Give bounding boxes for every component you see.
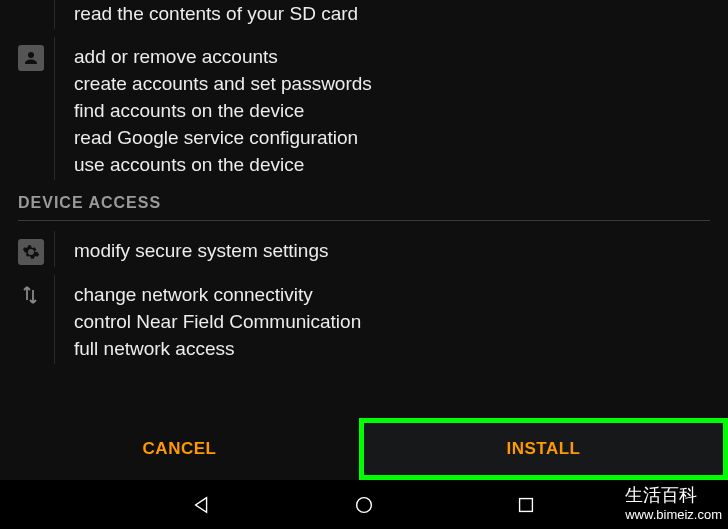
nav-home-icon[interactable] xyxy=(353,494,375,516)
permission-group: add or remove accounts create accounts a… xyxy=(18,43,710,178)
nav-recent-icon[interactable] xyxy=(515,494,537,516)
permission-item: full network access xyxy=(74,335,710,362)
button-row: CANCEL INSTALL xyxy=(0,418,728,480)
permission-item: control Near Field Communication xyxy=(74,308,710,335)
permission-group: change network connectivity control Near… xyxy=(18,281,710,362)
svg-rect-1 xyxy=(520,498,533,511)
permission-group: modify secure system settings xyxy=(18,237,710,265)
permission-item: use accounts on the device xyxy=(74,151,710,178)
person-icon xyxy=(18,43,62,178)
install-button[interactable]: INSTALL xyxy=(359,418,728,480)
cancel-button[interactable]: CANCEL xyxy=(0,418,359,480)
gear-icon xyxy=(18,237,62,265)
permission-item: change network connectivity xyxy=(74,281,710,308)
svg-point-0 xyxy=(357,497,372,512)
swap-icon xyxy=(18,281,62,362)
permission-item: read Google service configuration xyxy=(74,124,710,151)
section-header: DEVICE ACCESS xyxy=(18,194,710,220)
nav-bar xyxy=(0,480,728,529)
divider xyxy=(18,220,710,221)
permission-group: read the contents of your SD card xyxy=(18,0,710,27)
group-icon-blank xyxy=(18,0,62,27)
permission-item: create accounts and set passwords xyxy=(74,70,710,97)
permission-item: read the contents of your SD card xyxy=(74,0,710,27)
permission-item: modify secure system settings xyxy=(74,237,710,264)
permission-item: add or remove accounts xyxy=(74,43,710,70)
nav-back-icon[interactable] xyxy=(191,494,213,516)
permission-item: find accounts on the device xyxy=(74,97,710,124)
